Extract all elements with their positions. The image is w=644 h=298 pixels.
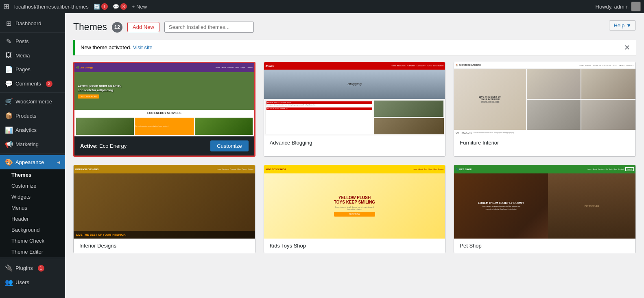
new-content-link[interactable]: + New xyxy=(132,4,147,10)
sidebar-sub-header[interactable]: Header xyxy=(0,213,65,224)
eco-cta-btn: DISCOVER MORE xyxy=(78,94,99,99)
pet-mockup: 🐾 PET SHOP HomeAboutServicesOur WorkBlog… xyxy=(454,165,635,239)
sidebar-sub-widgets[interactable]: Widgets xyxy=(0,191,65,202)
search-input[interactable] xyxy=(164,22,254,33)
notice-bar: New theme activated. Visit site ✕ xyxy=(73,40,636,55)
active-theme-label: Active: Eco Energy xyxy=(80,143,127,149)
notice-text: New theme activated. Visit site xyxy=(81,44,153,50)
blog-hero: Blogging xyxy=(264,70,445,99)
advance-blogging-preview: Blogging HOMEABOUT USFEATURESCATEGORYFAF… xyxy=(264,62,445,136)
furn-links: HOMEABOUTSERVICESPROJECTSBLOGPAGESCONTAC… xyxy=(579,64,634,66)
kids-toys-preview: KIDS TOYS SHOP HomeAboutToysShopBlogCont… xyxy=(264,165,445,239)
furn-img-3 xyxy=(527,100,581,130)
pet-img: PET SUPPLIES xyxy=(548,173,635,239)
furn-hero: LIVE THE BEST OFYOUR INTERIORCREATE-DESI… xyxy=(454,69,635,130)
eco-nav: 🌿 Eco Energy HomeAboutServicesShopPagesC… xyxy=(74,63,254,72)
dashboard-icon: ⊞ xyxy=(5,20,12,27)
pet-hero-inner: LOREM IPSUM IS SIMPLY DUMMYLorem ipsum i… xyxy=(454,173,635,239)
products-icon: 📦 xyxy=(5,112,12,120)
kids-toys-footer: Kids Toys Shop xyxy=(264,239,445,253)
posts-icon: ✎ xyxy=(5,37,12,45)
plugins-sidebar-badge: 1 xyxy=(38,265,44,272)
pet-hero-text: LOREM IPSUM IS SIMPLY DUMMYLorem ipsum i… xyxy=(478,202,524,210)
sidebar-sub-theme-check[interactable]: Theme Check xyxy=(0,235,65,246)
avatar xyxy=(631,2,641,11)
furn-img-4 xyxy=(581,100,635,130)
updates-icon: 🔄 xyxy=(94,4,100,10)
blog-side-img-1 xyxy=(374,100,444,117)
sidebar-item-media[interactable]: 🖼 Media xyxy=(0,48,65,62)
theme-card-advance-blogging: Blogging HOMEABOUT USFEATURESCATEGORYFAF… xyxy=(264,62,446,157)
pet-nav: 🐾 PET SHOP HomeAboutServicesOur WorkBlog… xyxy=(454,165,635,173)
blog-side-col xyxy=(374,100,444,134)
furn-right xyxy=(527,69,635,130)
sidebar-item-posts[interactable]: ✎ Posts xyxy=(0,34,65,48)
furniture-footer: Furniture Interior xyxy=(454,136,635,150)
kids-hero-text: YELLOW PLUSHTOYS KEEP SMILING xyxy=(334,195,375,204)
kids-shop-btn: SHOP NOW xyxy=(334,212,375,217)
pet-logo: 🐾 PET SHOP xyxy=(456,168,472,171)
blog-mockup: Blogging HOMEABOUT USFEATURESCATEGORYFAF… xyxy=(264,62,445,136)
sidebar-sub-background[interactable]: Background xyxy=(0,224,65,235)
chevron-down-icon: ▼ xyxy=(626,22,631,28)
pet-supplies-label: PET SUPPLIES xyxy=(585,205,599,207)
wp-logo-icon[interactable]: ⊞ xyxy=(3,2,9,11)
pet-cat-area: PET SUPPLIES xyxy=(548,173,635,239)
int-logo: INTERIOR DESIGNS xyxy=(75,168,98,171)
page-header: Themes 12 Add New xyxy=(73,21,636,33)
sidebar-item-pages[interactable]: 📄 Pages xyxy=(0,62,65,77)
int-nav: INTERIOR DESIGNS HomeServicesProductsBlo… xyxy=(74,165,255,173)
pet-hero: LOREM IPSUM IS SIMPLY DUMMYLorem ipsum i… xyxy=(454,173,635,239)
blog-side-img-2 xyxy=(374,118,444,134)
media-icon: 🖼 xyxy=(5,52,12,59)
sidebar-sub-menus[interactable]: Menus xyxy=(0,202,65,213)
sidebar-sub-customize[interactable]: Customize xyxy=(0,180,65,191)
theme-count-badge: 12 xyxy=(112,22,122,33)
blog-main-col: AWESOME HAIRSTYLE FASHION TREND Lorem ip… xyxy=(265,100,373,134)
kids-toys-name: Kids Toys Shop xyxy=(270,243,306,249)
eco-card-2: Lorem ipsum dummy text placeholder conte… xyxy=(135,118,194,135)
comments-sidebar-badge: 3 xyxy=(46,81,52,87)
eco-card-1 xyxy=(76,118,134,135)
sidebar-sub-themes[interactable]: Themes xyxy=(0,169,65,180)
sidebar-item-appearance[interactable]: 🎨 Appearance xyxy=(0,155,65,169)
kids-nav: KIDS TOYS SHOP HomeAboutToysShopBlogCont… xyxy=(264,165,445,173)
add-new-button[interactable]: Add New xyxy=(127,22,159,32)
furniture-preview: 🏠 FURNITURE INTERIOR HOMEABOUTSERVICESPR… xyxy=(454,62,635,136)
furn-logo: 🏠 FURNITURE INTERIOR xyxy=(456,64,481,66)
customize-button[interactable]: Customize xyxy=(210,140,248,151)
furn-img-1 xyxy=(527,69,581,99)
help-button[interactable]: Help ▼ xyxy=(609,20,636,31)
visit-site-link[interactable]: Visit site xyxy=(133,44,153,50)
furniture-mockup: 🏠 FURNITURE INTERIOR HOMEABOUTSERVICESPR… xyxy=(454,62,635,136)
sidebar-item-analytics[interactable]: 📊 Analytics xyxy=(0,123,65,137)
pet-shop-preview: 🐾 PET SHOP HomeAboutServicesOur WorkBlog… xyxy=(454,165,635,239)
eco-card-3 xyxy=(195,118,253,135)
eco-energy-preview: 🌿 Eco Energy HomeAboutServicesShopPagesC… xyxy=(74,63,254,136)
theme-card-interior-designs: INTERIOR DESIGNS HomeServicesProductsBlo… xyxy=(73,165,255,253)
sidebar-item-users[interactable]: 👥 Users xyxy=(0,275,65,289)
sidebar: ⊞ Dashboard ✎ Posts 🖼 Media 📄 Pages 💬 Co… xyxy=(0,13,65,298)
notice-close-button[interactable]: ✕ xyxy=(624,44,630,51)
sidebar-item-dashboard[interactable]: ⊞ Dashboard xyxy=(0,16,65,31)
site-name[interactable]: localhost/themescaliber-themes xyxy=(14,4,89,10)
eco-section-title: ECO ENERGY SERVICES xyxy=(74,110,254,116)
sidebar-sub-theme-editor[interactable]: Theme Editor xyxy=(0,246,65,257)
sidebar-item-comments[interactable]: 💬 Comments 3 xyxy=(0,77,65,91)
page-title: Themes xyxy=(73,21,107,33)
comments-link[interactable]: 💬 3 xyxy=(113,3,127,10)
sidebar-item-products[interactable]: 📦 Products xyxy=(0,109,65,123)
sidebar-item-woocommerce[interactable]: 🛒 WooCommerce xyxy=(0,94,65,109)
plugins-icon: 🔌 xyxy=(5,264,12,272)
analytics-icon: 📊 xyxy=(5,126,12,134)
furn-cta-text: LIVE THE BEST OFYOUR INTERIORCREATE-DESI… xyxy=(479,96,501,103)
interior-designs-name: Interior Designs xyxy=(79,243,116,249)
int-hero: LIVE THE BEST OF YOUR INTERIOR. xyxy=(74,173,255,239)
interior-designs-footer: Interior Designs xyxy=(74,239,255,253)
sidebar-item-marketing[interactable]: 📢 Marketing xyxy=(0,137,65,151)
pet-text-area: LOREM IPSUM IS SIMPLY DUMMYLorem ipsum i… xyxy=(454,173,548,239)
furniture-name: Furniture Interior xyxy=(460,140,499,146)
themes-grid: 🌿 Eco Energy HomeAboutServicesShopPagesC… xyxy=(73,62,636,253)
updates-link[interactable]: 🔄 1 xyxy=(94,3,108,10)
sidebar-item-plugins[interactable]: 🔌 Plugins 1 xyxy=(0,261,65,275)
